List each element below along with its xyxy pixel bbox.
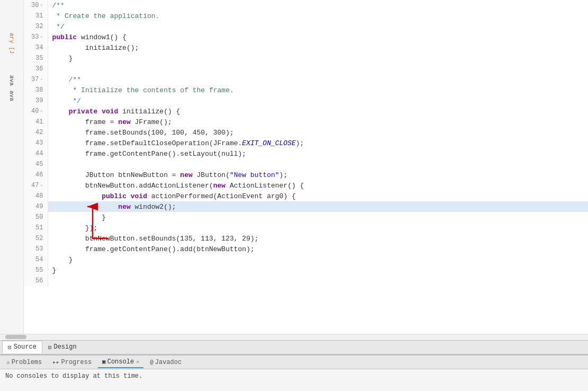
tab-problems[interactable]: ⚠ Problems xyxy=(2,357,46,368)
tab-progress[interactable]: ▸▸ Progress xyxy=(48,357,96,368)
tab-design[interactable]: ⊡ Design xyxy=(42,341,83,353)
sidebar-label-3: ava xyxy=(8,91,15,101)
code-line-46: 46 JButton btnNewButton = new JButton("N… xyxy=(24,170,588,180)
line-number-41: 41 xyxy=(24,117,48,127)
line-number-37: 37◦ xyxy=(24,74,48,85)
code-content-49: new window2(); xyxy=(48,201,588,212)
no-console-message: No consoles to display at this time. xyxy=(5,372,142,380)
left-sidebar: ary [J ava ava xyxy=(0,0,24,334)
code-line-53: 53 frame.getContentPane().add(btnNewButt… xyxy=(24,244,588,254)
code-line-33: 33◦public window1() { xyxy=(24,32,588,42)
line-number-46: 46 xyxy=(24,170,48,180)
code-content-43: frame.setDefaultCloseOperation(JFrame.EX… xyxy=(48,138,588,148)
code-line-35: 35 } xyxy=(24,53,588,64)
code-content-30: /** xyxy=(48,0,588,11)
code-content-35: } xyxy=(48,53,588,64)
code-line-42: 42 frame.setBounds(100, 100, 450, 300); xyxy=(24,127,588,138)
problems-icon: ⚠ xyxy=(6,359,10,366)
code-line-56: 56 xyxy=(24,276,588,286)
code-line-32: 32 */ xyxy=(24,21,588,32)
problems-label: Problems xyxy=(12,359,42,366)
tab-javadoc[interactable]: @ Javadoc xyxy=(146,357,186,368)
progress-icon: ▸▸ xyxy=(52,359,59,366)
code-line-41: 41 frame = new JFrame(); xyxy=(24,117,588,127)
bottom-panel: ⚠ Problems ▸▸ Progress ▣ Console ✕ @ Jav… xyxy=(0,354,588,391)
javadoc-icon: @ xyxy=(150,359,153,366)
editor-area: ary [J ava ava 30◦/**31 * Create the app… xyxy=(0,0,588,334)
code-content-56 xyxy=(48,276,588,286)
code-content-33: public window1() { xyxy=(48,32,588,42)
line-number-33: 33◦ xyxy=(24,32,48,42)
line-number-47: 47◦ xyxy=(24,180,48,191)
line-number-34: 34 xyxy=(24,42,48,53)
design-tab-label: Design xyxy=(53,343,76,351)
code-content-34: initialize(); xyxy=(48,42,588,53)
tab-source[interactable]: ⊡ Source xyxy=(2,341,42,353)
code-content-42: frame.setBounds(100, 100, 450, 300); xyxy=(48,127,588,138)
code-line-43: 43 frame.setDefaultCloseOperation(JFrame… xyxy=(24,138,588,148)
code-line-34: 34 initialize(); xyxy=(24,42,588,53)
line-number-53: 53 xyxy=(24,244,48,254)
javadoc-label: Javadoc xyxy=(155,359,182,366)
code-content-52: btnNewButton.setBounds(135, 113, 123, 29… xyxy=(48,233,588,244)
line-number-45: 45 xyxy=(24,159,48,170)
code-line-50: 50 } xyxy=(24,212,588,223)
code-line-45: 45 xyxy=(24,159,588,170)
line-number-32: 32 xyxy=(24,21,48,32)
code-content-47: btnNewButton.addActionListener(new Actio… xyxy=(48,180,588,191)
line-number-35: 35 xyxy=(24,53,48,64)
line-number-38: 38 xyxy=(24,85,48,95)
line-number-49: 49 xyxy=(24,201,48,212)
line-number-50: 50 xyxy=(24,212,48,223)
line-number-31: 31 xyxy=(24,11,48,21)
bottom-tab-bar: ⚠ Problems ▸▸ Progress ▣ Console ✕ @ Jav… xyxy=(0,356,588,369)
line-number-56: 56 xyxy=(24,276,48,286)
code-content-40: private void initialize() { xyxy=(48,106,588,117)
code-line-30: 30◦/** xyxy=(24,0,588,11)
code-content-50: } xyxy=(48,212,588,223)
code-content-54: } xyxy=(48,254,588,265)
code-content-44: frame.getContentPane().setLayout(null); xyxy=(48,148,588,159)
tab-console[interactable]: ▣ Console ✕ xyxy=(98,357,143,368)
code-content-37: /** xyxy=(48,74,588,85)
code-content-36 xyxy=(48,64,588,74)
code-area[interactable]: 30◦/**31 * Create the application.32 */3… xyxy=(24,0,588,334)
code-line-44: 44 frame.getContentPane().setLayout(null… xyxy=(24,148,588,159)
source-tab-label: Source xyxy=(14,343,37,351)
line-number-55: 55 xyxy=(24,265,48,276)
line-number-43: 43 xyxy=(24,138,48,148)
code-line-36: 36 xyxy=(24,64,588,74)
line-number-54: 54 xyxy=(24,254,48,265)
line-number-51: 51 xyxy=(24,223,48,233)
line-number-39: 39 xyxy=(24,95,48,106)
line-number-42: 42 xyxy=(24,127,48,138)
scrollbar-thumb[interactable] xyxy=(5,335,26,339)
code-line-54: 54 } xyxy=(24,254,588,265)
console-close-icon[interactable]: ✕ xyxy=(136,359,139,365)
code-content-46: JButton btnNewButton = new JButton("New … xyxy=(48,170,588,180)
line-number-52: 52 xyxy=(24,233,48,244)
code-content-55: } xyxy=(48,265,588,276)
line-number-44: 44 xyxy=(24,148,48,159)
progress-label: Progress xyxy=(61,359,92,366)
main-editor: ary [J ava ava 30◦/**31 * Create the app… xyxy=(0,0,588,391)
code-line-38: 38 * Initialize the contents of the fram… xyxy=(24,85,588,95)
line-number-48: 48 xyxy=(24,191,48,201)
code-line-31: 31 * Create the application. xyxy=(24,11,588,21)
code-table: 30◦/**31 * Create the application.32 */3… xyxy=(24,0,588,286)
sidebar-label-2: ava xyxy=(8,75,15,86)
code-content-53: frame.getContentPane().add(btnNewButton)… xyxy=(48,244,588,254)
console-content: No consoles to display at this time. xyxy=(0,369,588,383)
horizontal-scrollbar[interactable] xyxy=(0,334,588,340)
source-tab-icon: ⊡ xyxy=(8,344,12,351)
code-line-37: 37◦ /** xyxy=(24,74,588,85)
code-line-39: 39 */ xyxy=(24,95,588,106)
code-content-51: }); xyxy=(48,223,588,233)
line-number-36: 36 xyxy=(24,64,48,74)
code-content-38: * Initialize the contents of the frame. xyxy=(48,85,588,95)
code-line-48: 48 public void actionPerformed(ActionEve… xyxy=(24,191,588,201)
editor-tab-bar: ⊡ Source ⊡ Design xyxy=(0,340,588,355)
console-icon: ▣ xyxy=(102,358,106,365)
code-content-48: public void actionPerformed(ActionEvent … xyxy=(48,191,588,201)
code-line-51: 51 }); xyxy=(24,223,588,233)
